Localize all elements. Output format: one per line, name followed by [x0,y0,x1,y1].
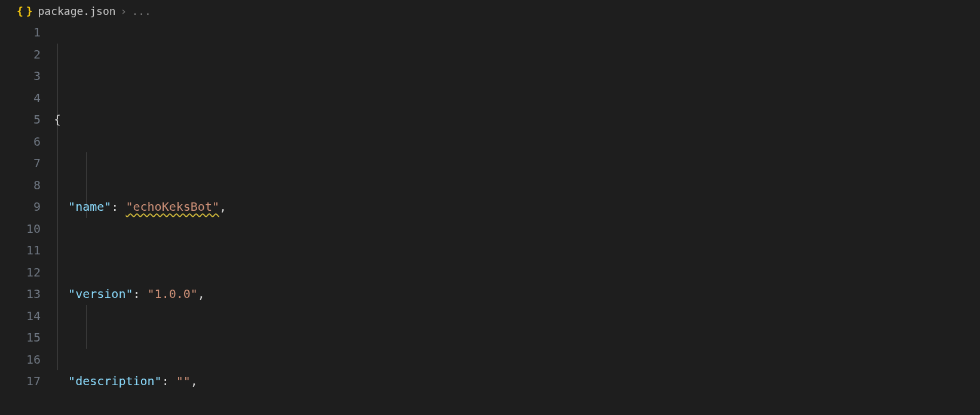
breadcrumb[interactable]: { } package.json › ... [0,0,980,21]
code-editor[interactable]: 1 2 3 4 5 6 7 8 9 10 11 12 13 14 15 16 1… [0,21,980,415]
indent-guide [86,305,87,349]
line-number: 5 [0,109,41,131]
chevron-right-icon: › [121,5,127,17]
line-number: 9 [0,196,41,218]
json-string: "" [176,374,191,388]
breadcrumb-file[interactable]: package.json [38,5,116,17]
line-number: 1 [0,21,41,44]
line-number: 10 [0,218,41,240]
line-number: 11 [0,239,41,262]
json-key: "name" [68,199,111,214]
line-number: 15 [0,327,41,349]
line-number: 3 [0,65,41,87]
line-number: 4 [0,87,41,109]
json-string: "1.0.0" [148,287,198,301]
json-file-icon: { } [17,5,31,17]
code-line[interactable]: "name": "echoKeksBot", [54,196,980,218]
brace-open: { [54,112,61,127]
json-key: "description" [68,374,162,388]
line-number: 2 [0,44,41,66]
line-number: 12 [0,262,41,284]
line-number: 13 [0,283,41,305]
code-line[interactable]: "description": "", [54,370,980,392]
json-key: "version" [68,287,133,301]
code-line[interactable]: "version": "1.0.0", [54,283,980,305]
line-number: 6 [0,131,41,153]
line-number: 14 [0,305,41,327]
breadcrumb-ellipsis[interactable]: ... [131,5,151,17]
line-number: 16 [0,349,41,371]
line-number-gutter: 1 2 3 4 5 6 7 8 9 10 11 12 13 14 15 16 1… [0,21,54,415]
json-string-warning: "echoKeksBot" [125,199,219,214]
line-number: 17 [0,370,41,392]
code-line[interactable]: { [54,109,980,131]
line-number: 8 [0,174,41,196]
line-number: 7 [0,152,41,174]
code-area[interactable]: { "name": "echoKeksBot", "version": "1.0… [54,21,980,415]
